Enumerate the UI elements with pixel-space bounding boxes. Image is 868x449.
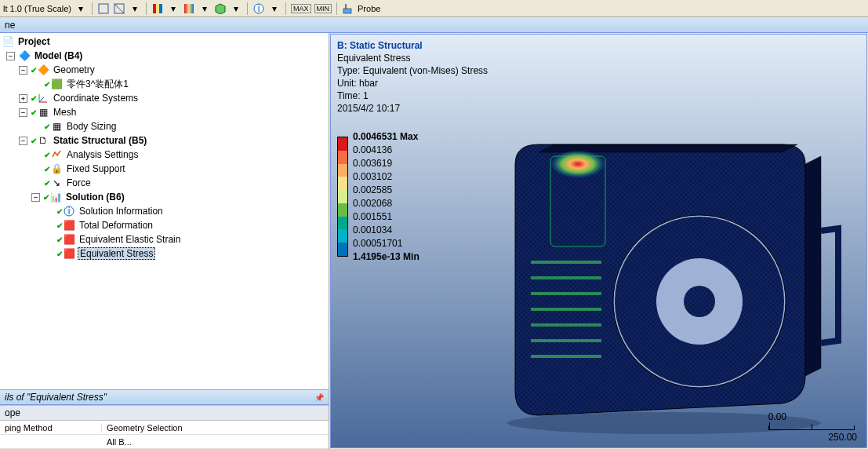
dropdown-icon[interactable]: ▾ [268, 2, 281, 15]
tree-body-sizing[interactable]: ✔ ▦ Body Sizing [0, 119, 329, 133]
outline-header: ne [0, 17, 868, 33]
tree-project[interactable]: 📄 Project [0, 35, 329, 49]
svg-line-14 [39, 97, 44, 102]
result-annotation: B: Static Structural Equivalent Stress T… [337, 39, 488, 115]
tree-solution[interactable]: − ✔ 📊 Solution (B6) [0, 190, 329, 204]
svg-marker-7 [216, 4, 225, 14]
tree-label: Model (B4) [33, 50, 84, 61]
tree-label: Geometry [52, 64, 96, 75]
legend-segment [338, 243, 347, 256]
legend-color-bar [337, 137, 348, 257]
collapse-icon[interactable]: − [19, 66, 27, 75]
probe-button[interactable]: Probe [358, 4, 380, 13]
legend-value: 0.002068 [353, 197, 419, 210]
detail-value[interactable]: Geometry Selection [102, 423, 329, 433]
tree-total-deformation[interactable]: ✔ 🟥 Total Deformation [0, 218, 329, 232]
status-check-icon: ✔ [43, 193, 49, 202]
contour-smooth-icon[interactable] [183, 2, 195, 15]
annotation-title: B: Static Structural [337, 39, 488, 52]
status-check-icon: ✔ [56, 235, 63, 244]
project-tree[interactable]: 📄 Project − 🔷 Model (B4) − ✔ 🔶 Geometry … [0, 33, 329, 389]
status-check-icon: ✔ [44, 151, 50, 159]
annotation-line: Unit: hbar [337, 77, 488, 89]
details-group-scope[interactable]: ope [0, 405, 329, 421]
tree-coord[interactable]: + ✔ Coordinate Systems [0, 91, 329, 105]
svg-rect-3 [153, 4, 156, 13]
dropdown-icon[interactable]: ▾ [74, 2, 87, 15]
tree-part[interactable]: ✔ 🟩 零件3^装配体1 [0, 77, 329, 91]
svg-line-2 [114, 4, 124, 13]
details-title: ils of "Equivalent Stress" [5, 392, 107, 403]
tree-label: Static Structural (B5) [52, 135, 148, 146]
legend-value: 0.003619 [353, 157, 419, 170]
tree-label: Solution Information [78, 206, 165, 217]
status-check-icon: ✔ [31, 108, 37, 117]
solution-icon: 📊 [49, 191, 62, 203]
scale-zero: 0.00 [768, 411, 786, 422]
legend-value: 0.002585 [353, 184, 419, 197]
svg-rect-4 [156, 4, 159, 13]
svg-point-21 [684, 286, 715, 317]
group-label: ope [5, 407, 20, 418]
tree-sol-info[interactable]: ✔ i Solution Information [0, 204, 329, 218]
legend-value: 0.0046531 Max [353, 130, 419, 144]
probe-icon[interactable] [342, 2, 354, 15]
wireframe-icon-2[interactable] [113, 2, 125, 15]
environment-icon: 🗋 [37, 134, 49, 147]
scale-ruler: 0.00 250.00 [768, 411, 857, 443]
pin-icon[interactable]: 📌 [314, 393, 324, 402]
tree-label: Body Sizing [65, 121, 118, 132]
iso-icon[interactable] [214, 2, 227, 15]
tree-model[interactable]: − 🔷 Model (B4) [0, 49, 329, 63]
tree-geometry[interactable]: − ✔ 🔶 Geometry [0, 63, 329, 77]
tree-label: Coordinate Systems [52, 93, 140, 104]
details-header: ils of "Equivalent Stress" 📌 [0, 389, 329, 405]
tree-mesh[interactable]: − ✔ ▦ Mesh [0, 105, 329, 119]
tree-analysis[interactable]: ✔ Analysis Settings [0, 148, 329, 162]
max-button[interactable]: MAX [291, 4, 311, 13]
collapse-icon[interactable]: − [31, 193, 40, 202]
tree-label: Total Deformation [78, 220, 154, 231]
settings-icon [50, 148, 63, 161]
tree-static[interactable]: − ✔ 🗋 Static Structural (B5) [0, 133, 329, 148]
contour-legend: 0.0046531 Max0.0041360.0036190.0031020.0… [337, 137, 419, 264]
dropdown-icon[interactable]: ▾ [230, 2, 242, 15]
legend-labels: 0.0046531 Max0.0041360.0036190.0031020.0… [353, 130, 419, 264]
min-button[interactable]: MIN [314, 4, 332, 13]
svg-point-30 [550, 150, 605, 178]
tree-eq-strain[interactable]: ✔ 🟥 Equivalent Elastic Strain [0, 232, 329, 246]
scale-value: 250.00 [768, 432, 857, 443]
collapse-icon[interactable]: − [19, 108, 27, 117]
legend-segment [338, 203, 347, 217]
legend-segment [338, 177, 347, 190]
legend-value: 0.001034 [353, 224, 419, 237]
graphics-viewport[interactable]: B: Static Structural Equivalent Stress T… [330, 34, 867, 448]
probe-info-icon[interactable]: i [252, 2, 265, 15]
geometry-icon: 🔶 [37, 64, 49, 76]
expand-icon[interactable]: + [19, 94, 27, 103]
tree-force[interactable]: ✔ ↘ Force [0, 176, 329, 190]
tree-fixed-support[interactable]: ✔ 🔒 Fixed Support [0, 162, 329, 176]
project-icon: 📄 [2, 35, 14, 48]
dropdown-icon[interactable]: ▾ [167, 2, 180, 15]
contour-icon[interactable] [151, 2, 164, 15]
details-row-geometry[interactable]: All B... [0, 435, 329, 449]
wireframe-icon[interactable] [97, 2, 110, 15]
result-icon: 🟥 [63, 219, 75, 232]
tree-label: 零件3^装配体1 [65, 78, 130, 91]
collapse-icon[interactable]: − [6, 52, 15, 60]
detail-value[interactable]: All B... [102, 437, 329, 447]
status-check-icon: ✔ [56, 207, 63, 216]
collapse-icon[interactable]: − [19, 137, 27, 145]
tree-eq-stress[interactable]: ✔ 🟥 Equivalent Stress [0, 246, 329, 261]
annotation-line: Equivalent Stress [337, 52, 488, 64]
result-icon: 🟥 [63, 233, 75, 246]
details-row-scoping[interactable]: ping Method Geometry Selection [0, 421, 329, 435]
status-check-icon: ✔ [31, 66, 37, 75]
tree-label: Mesh [52, 107, 78, 118]
dropdown-icon[interactable]: ▾ [129, 2, 141, 15]
legend-segment [338, 137, 347, 151]
tree-label: Analysis Settings [65, 149, 140, 160]
dropdown-icon[interactable]: ▾ [198, 2, 211, 15]
annotation-line: Time: 1 [337, 89, 488, 102]
